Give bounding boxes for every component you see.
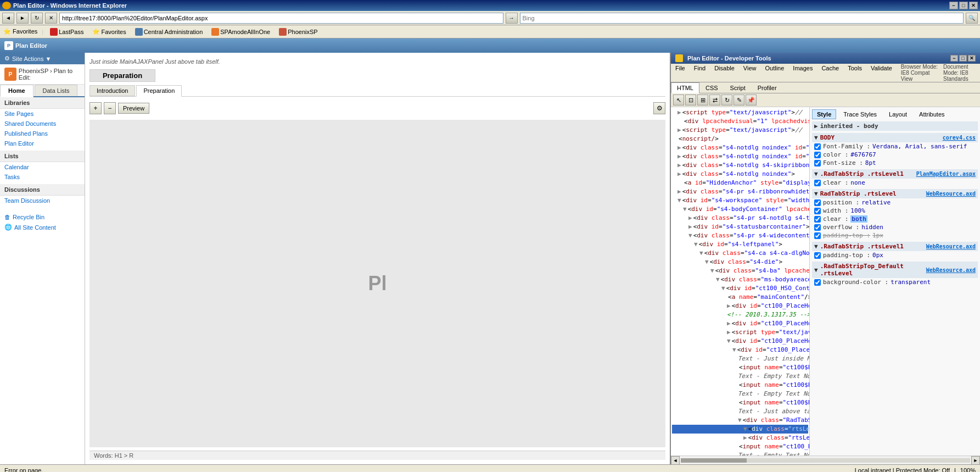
stop-button[interactable]: ✕: [45, 13, 57, 24]
sidebar-item-plan-editor[interactable]: Plan Editor: [0, 138, 85, 148]
tree-line[interactable]: <input name="ct100$PlaceHolderMain$FileT…: [672, 398, 808, 407]
tree-line[interactable]: ▶<div class="s4-notdlg noindex" id="Turn…: [672, 143, 808, 152]
lastpass-button[interactable]: LastPass: [48, 27, 86, 37]
webresource-link-2[interactable]: WebResource.axd: [926, 243, 976, 249]
tree-line[interactable]: <noscript/>: [672, 135, 808, 143]
tree-line[interactable]: ▶<div class="s4-pr s4-notdlg s4-titlerow…: [672, 214, 808, 223]
tree-line[interactable]: ▼<div class="ms-bodyareacell" lpcachedvi…: [672, 275, 808, 284]
attributes-tab[interactable]: Attributes: [914, 109, 949, 119]
close-button[interactable]: ✕: [969, 2, 978, 9]
scroll-right-button[interactable]: ►: [971, 456, 980, 465]
tree-line[interactable]: Text - Just inside MainaJAXPanel: [672, 354, 808, 363]
minimize-button[interactable]: −: [949, 2, 958, 9]
devtools-maximize-button[interactable]: □: [959, 55, 967, 62]
tree-line[interactable]: Text - Empty Text Node: [672, 451, 808, 456]
tree-line[interactable]: <div lpcachedvisual="1" lpcachedvistime=…: [672, 117, 808, 126]
tree-line[interactable]: ▶<div id="ct100_PlaceHolderMain_RadAjaxL…: [672, 302, 808, 310]
tree-line[interactable]: ▼<div id="s4-workspace" style="width: 16…: [672, 196, 808, 205]
sidebar-item-published-plans[interactable]: Published Plans: [0, 129, 85, 138]
refresh-button[interactable]: ↻: [31, 13, 43, 24]
trace-styles-tab[interactable]: Trace Styles: [838, 109, 882, 119]
tree-line[interactable]: ▼<div class="s4-ba" lpcachedVisual="1" l…: [672, 266, 808, 275]
padding-top-0px-checkbox[interactable]: [814, 252, 821, 259]
tab-html[interactable]: HTML: [671, 82, 699, 93]
devtools-minimize-button[interactable]: −: [950, 55, 958, 62]
tree-line[interactable]: ▶<script type="text/javascript">//: [672, 328, 808, 337]
planmap-link[interactable]: PlanMapEditor.aspx: [916, 171, 976, 177]
sidebar-item-recycle-bin[interactable]: 🗑 Recycle Bin: [0, 212, 85, 222]
preview-button[interactable]: Preview: [118, 103, 149, 114]
tree-line[interactable]: ▶<div class="s4-notdlg noindex">: [672, 170, 808, 179]
tree-line[interactable]: ▼<div id="ct100_HSO_ContentDiv" lpcached…: [672, 284, 808, 293]
select-tool-button[interactable]: ⊡: [685, 95, 696, 105]
tree-line[interactable]: ▶<div class="s4-notdlg noindex" id="Turn…: [672, 152, 808, 161]
menu-cache[interactable]: Cache: [817, 64, 843, 82]
tree-line[interactable]: ▼<div class="RadTabStrip RadTabStrip_Def…: [672, 416, 808, 425]
font-size-checkbox[interactable]: [814, 160, 821, 166]
tree-line[interactable]: <!-- 2010.3.1317.35 -->: [672, 310, 808, 319]
sidebar-item-tasks[interactable]: Tasks: [0, 172, 85, 182]
preparation-tab[interactable]: Preparation: [89, 69, 155, 82]
menu-view[interactable]: View: [739, 64, 761, 82]
pin-tool-button[interactable]: 📌: [746, 95, 757, 105]
devtools-close-button[interactable]: ✕: [968, 55, 976, 62]
sidebar-item-site-pages[interactable]: Site Pages: [0, 109, 85, 119]
menu-find[interactable]: Find: [690, 64, 710, 82]
tree-line[interactable]: Text - Empty Text Node: [672, 390, 808, 398]
tree-line[interactable]: ▶<div id="s4-statusbarcontainer">: [672, 223, 808, 231]
layout-tab[interactable]: Layout: [884, 109, 912, 119]
bg-color-checkbox[interactable]: [814, 279, 821, 286]
menu-outline[interactable]: Outline: [760, 64, 788, 82]
tree-line[interactable]: ▶<script type="text/javascript">//: [672, 126, 808, 135]
expand-tool-button[interactable]: ⊞: [697, 95, 708, 105]
scroll-track[interactable]: [681, 458, 970, 463]
tree-line-selected[interactable]: ▼<div class="rtsLevel rtsLevel1">: [672, 425, 808, 434]
font-family-checkbox[interactable]: [814, 143, 821, 150]
sidebar-item-team-discussion[interactable]: Team Discussion: [0, 196, 85, 206]
tree-line[interactable]: ▶<div id="ct100_PlaceHolderMain_RadAjaxM…: [672, 319, 808, 328]
tree-line[interactable]: ▼<div id="s4-bodyContainer" lpcachedvisu…: [672, 205, 808, 214]
search-input[interactable]: [520, 13, 964, 24]
spamode-button[interactable]: SPAmodeAllInOne: [209, 27, 272, 37]
tree-line[interactable]: ▼<div id="ct100_PlaceHolderMain_MainAJAX…: [672, 346, 808, 354]
refresh-tool-button[interactable]: ↻: [721, 95, 732, 105]
devtools-hscrollbar[interactable]: ◄ ►: [671, 456, 980, 464]
tab-home[interactable]: Home: [0, 85, 33, 97]
html-tree[interactable]: ▶<script type="text/javascript">// <div …: [671, 107, 810, 456]
tree-line[interactable]: <input name="ct100$PlaceHolderMain$Selec…: [672, 363, 808, 372]
menu-images[interactable]: Images: [788, 64, 817, 82]
overflow-checkbox[interactable]: [814, 224, 821, 231]
tree-line[interactable]: ▼<div id="s4-leftpanel">: [672, 240, 808, 249]
tree-line[interactable]: ▶<div class="s4-notdlg s4-skipribbonshor…: [672, 161, 808, 170]
scroll-left-button[interactable]: ◄: [671, 456, 680, 465]
color-checkbox[interactable]: [814, 152, 821, 158]
width-checkbox[interactable]: [814, 208, 821, 214]
tree-line[interactable]: <a name="mainContent"/>: [672, 293, 808, 302]
tree-line[interactable]: <a id="HiddenAnchor" style="display: non…: [672, 179, 808, 187]
tree-line[interactable]: ▼<div id="ct100_PlaceHolderMain_ct100_Pl…: [672, 337, 808, 346]
add-item-button[interactable]: +: [89, 102, 102, 114]
menu-file[interactable]: File: [671, 64, 690, 82]
tab-profiler[interactable]: Profiler: [752, 82, 783, 93]
tree-line[interactable]: ▶<script type="text/javascript">//: [672, 108, 808, 117]
tree-line[interactable]: ▶<div class="s4-pr s4-ribbonrowhidetitle…: [672, 187, 808, 196]
address-input[interactable]: [59, 13, 503, 24]
plan-tab-preparation[interactable]: Preparation: [136, 85, 182, 97]
navigate-tool-button[interactable]: ⇄: [709, 95, 720, 105]
clear-none-checkbox[interactable]: [814, 180, 821, 186]
tree-line[interactable]: ▼<div class="s4-die">: [672, 258, 808, 266]
scroll-thumb[interactable]: [681, 458, 747, 463]
sidebar-item-shared-docs[interactable]: Shared Documents: [0, 119, 85, 129]
favorites-star-button[interactable]: ⭐ Favorites: [90, 27, 128, 36]
phoenixsp-button[interactable]: PhoenixSP: [277, 27, 320, 37]
tab-css[interactable]: CSS: [699, 82, 724, 93]
tree-line[interactable]: Text - Empty Text Node: [672, 372, 808, 381]
search-button[interactable]: 🔍: [966, 13, 978, 24]
menu-disable[interactable]: Disable: [710, 64, 739, 82]
plan-settings-button[interactable]: ⚙: [653, 102, 665, 114]
maximize-button[interactable]: □: [959, 2, 968, 9]
menu-tools[interactable]: Tools: [843, 64, 866, 82]
plan-tab-introduction[interactable]: Introduction: [89, 85, 135, 96]
tab-data-lists[interactable]: Data Lists: [35, 85, 78, 96]
tree-line[interactable]: ▶<div class="rtsLevel rtsLevel2">: [672, 434, 808, 442]
